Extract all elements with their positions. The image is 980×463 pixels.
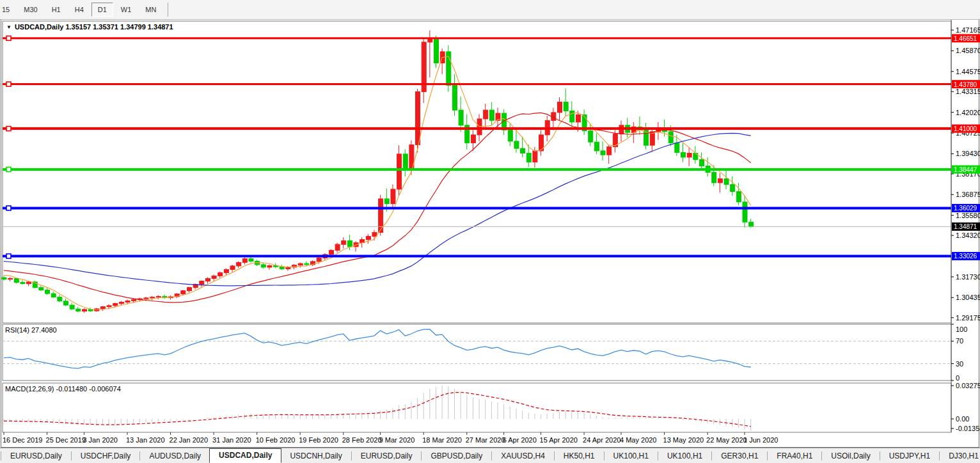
- candle-up: [342, 240, 346, 244]
- date-tick-label: 4 May 2020: [620, 436, 656, 444]
- price-tick-label: 1.30435: [956, 294, 980, 301]
- date-tick-label: 13 Jan 2020: [126, 436, 165, 444]
- tab-separator: [491, 451, 492, 460]
- rsi-tick-label: 100: [956, 326, 967, 333]
- price-tick-label: 1.29175: [956, 314, 980, 322]
- h-line-handle[interactable]: [6, 82, 11, 86]
- tab-separator: [554, 451, 555, 460]
- tab-separator: [1, 451, 1, 460]
- candle-up: [82, 310, 86, 311]
- date-tick-label: 6 Apr 2020: [503, 436, 537, 444]
- candle-down: [64, 301, 68, 305]
- symbol-tab-EURUSD-Daily[interactable]: EURUSD,Daily: [2, 450, 70, 462]
- macd-tick-label: 0.032754: [956, 382, 980, 389]
- candle-up: [428, 39, 432, 42]
- symbol-tab-USDCHF-Daily[interactable]: USDCHF,Daily: [72, 450, 139, 462]
- candle-up: [298, 263, 303, 265]
- tab-separator: [71, 451, 72, 460]
- symbol-tab-USOil-Daily[interactable]: USOil,Daily: [823, 450, 878, 462]
- symbol-tab-AUDUSD-Daily[interactable]: AUDUSD,Daily: [141, 450, 209, 462]
- candle-down: [76, 309, 81, 311]
- price-tag-label: 1.38447: [954, 166, 977, 173]
- timeframe-button-H4[interactable]: H4: [68, 3, 90, 17]
- timeframe-toolbar: 15M30H1H4D1W1MN: [0, 0, 980, 20]
- collapse-indicator-icon[interactable]: ▼: [6, 24, 12, 30]
- candle-up: [484, 110, 488, 119]
- price-tag-label: 1.36029: [954, 205, 977, 212]
- timeframe-button-D1[interactable]: D1: [91, 3, 113, 17]
- candle-down: [20, 283, 25, 284]
- candle-up: [27, 282, 31, 284]
- price-tag-label: 1.46651: [954, 35, 977, 42]
- symbol-tab-XAUUSD-H4[interactable]: XAUUSD,H4: [493, 450, 553, 462]
- date-tick-label: 27 Mar 2020: [466, 436, 505, 444]
- candle-up: [200, 281, 204, 285]
- chart-title-text: USDCAD,Daily 1.35157 1.35371 1.34799 1.3…: [15, 23, 173, 31]
- h-line-handle[interactable]: [6, 206, 11, 210]
- h-line-handle[interactable]: [6, 254, 11, 258]
- symbol-tab-UK100-H1[interactable]: UK100,H1: [659, 450, 711, 462]
- symbol-tab-GBPUSD-Daily[interactable]: GBPUSD,Daily: [422, 450, 491, 462]
- candle-down: [489, 110, 494, 120]
- candle-up: [416, 91, 420, 145]
- rsi-tick-label: 70: [956, 337, 963, 345]
- candle-down: [58, 297, 62, 301]
- price-tag-label: 1.43780: [954, 81, 977, 88]
- candle-down: [452, 85, 457, 110]
- chart-canvas[interactable]: 1.471651.458701.445751.433151.420201.407…: [0, 0, 980, 463]
- date-tick-label: 18 Mar 2020: [422, 436, 462, 444]
- tab-separator: [139, 451, 140, 460]
- timeframe-button-MN[interactable]: MN: [139, 3, 162, 17]
- price-tag-label: 1.41000: [954, 125, 977, 132]
- h-line-handle[interactable]: [6, 127, 11, 131]
- candle-down: [384, 199, 389, 204]
- h-line-handle[interactable]: [6, 36, 11, 40]
- symbol-tab-USDCNH-Daily[interactable]: USDCNH,Daily: [281, 450, 350, 462]
- candle-up: [533, 151, 537, 162]
- candle-down: [724, 179, 729, 185]
- candle-up: [372, 232, 377, 236]
- candle-down: [668, 132, 673, 143]
- symbol-tab-GER30-H1[interactable]: GER30,H1: [713, 450, 766, 462]
- price-tag-label: 1.33026: [954, 253, 977, 260]
- symbol-tab-DJ30-H1[interactable]: DJ30,H1: [940, 450, 980, 462]
- candle-down: [434, 39, 439, 63]
- candle-down: [70, 305, 74, 309]
- timeframe-button-H1[interactable]: H1: [45, 3, 67, 17]
- symbol-tab-EURUSD-Daily[interactable]: EURUSD,Daily: [352, 450, 421, 462]
- price-tick-label: 1.43315: [956, 88, 980, 95]
- tab-separator: [711, 451, 712, 460]
- symbol-tab-FRA40-H1[interactable]: FRA40,H1: [768, 450, 821, 462]
- candle-down: [712, 173, 716, 183]
- candle-up: [335, 244, 340, 250]
- symbol-tab-USDCAD-Daily[interactable]: USDCAD,Daily: [209, 448, 281, 463]
- candle-up: [558, 102, 562, 113]
- candle-up: [576, 115, 580, 122]
- candle-down: [403, 154, 407, 169]
- candle-up: [100, 307, 105, 309]
- tab-separator: [880, 451, 880, 460]
- candle-up: [205, 278, 210, 281]
- candle-up: [242, 259, 247, 263]
- symbol-tab-UK100-H1[interactable]: UK100,H1: [605, 450, 657, 462]
- date-tick-label: 13 May 2020: [663, 436, 704, 444]
- candle-down: [699, 160, 704, 166]
- toolbar-separator: [168, 3, 168, 17]
- symbol-tab-HK50-H1[interactable]: HK50,H1: [555, 450, 603, 462]
- candle-up: [687, 153, 692, 157]
- candle-up: [650, 132, 654, 145]
- candle-down: [736, 192, 741, 202]
- candle-down: [261, 265, 265, 267]
- candle-up: [230, 266, 235, 270]
- timeframe-button-15[interactable]: 15: [0, 3, 16, 17]
- candle-up: [119, 302, 123, 303]
- candle-up: [237, 262, 241, 266]
- symbol-tab-USDJPY-H1[interactable]: USDJPY,H1: [881, 450, 938, 462]
- h-line-handle[interactable]: [6, 167, 11, 171]
- date-tick-label: 22 May 2020: [706, 436, 747, 444]
- tab-separator: [604, 451, 605, 460]
- timeframe-button-W1[interactable]: W1: [115, 3, 138, 17]
- timeframe-button-M30[interactable]: M30: [17, 3, 43, 17]
- date-tick-label: 3 Jan 2020: [83, 436, 117, 444]
- date-tick-label: 1 Jun 2020: [743, 436, 778, 444]
